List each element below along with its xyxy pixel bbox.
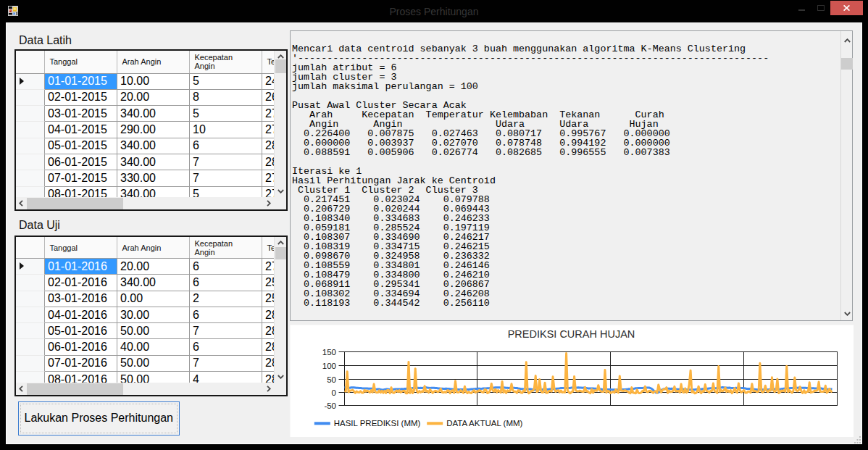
svg-text:150: 150 [322, 348, 336, 357]
svg-text:DATA AKTUAL (MM): DATA AKTUAL (MM) [446, 419, 522, 428]
svg-text:0: 0 [332, 388, 336, 397]
svg-text:HASIL PREDIKSI (MM): HASIL PREDIKSI (MM) [334, 419, 421, 428]
svg-text:PREDIKSI CURAH HUJAN: PREDIKSI CURAH HUJAN [508, 328, 635, 340]
svg-text:50: 50 [327, 375, 336, 384]
svg-text:-50: -50 [324, 401, 336, 410]
svg-text:100: 100 [322, 362, 336, 370]
